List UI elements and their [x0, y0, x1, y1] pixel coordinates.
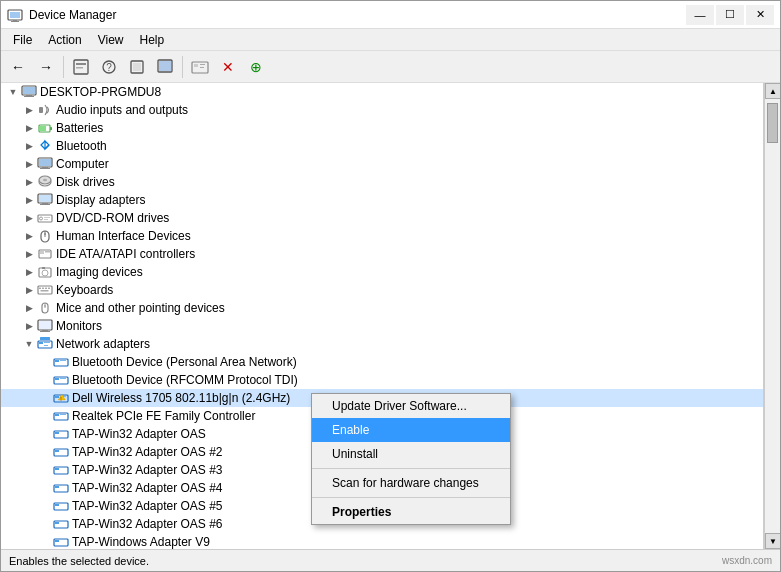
monitors-expand[interactable]: ▶	[21, 318, 37, 334]
toolbar-sep-2	[182, 56, 183, 78]
tree-batteries[interactable]: ▶ Batteries	[1, 119, 763, 137]
forward-button[interactable]: →	[33, 54, 59, 80]
vertical-scrollbar[interactable]: ▲ ▼	[764, 83, 780, 549]
mice-expand[interactable]: ▶	[21, 300, 37, 316]
minimize-button[interactable]: —	[686, 5, 714, 25]
svg-rect-61	[40, 331, 50, 332]
svg-rect-20	[24, 96, 34, 97]
tb-properties[interactable]	[68, 54, 94, 80]
computer-expand[interactable]: ▶	[21, 156, 37, 172]
net10-label: TAP-Win32 Adapter OAS #6	[72, 517, 223, 531]
svg-rect-3	[11, 21, 19, 22]
svg-rect-53	[48, 288, 50, 290]
tree-panel[interactable]: ▼ DESKTOP-PRGMDU8 ▶ Audio inputs and out…	[1, 83, 764, 549]
scroll-thumb[interactable]	[767, 103, 778, 143]
disk-label: Disk drives	[56, 175, 115, 189]
batteries-expand[interactable]: ▶	[21, 120, 37, 136]
maximize-button[interactable]: ☐	[716, 5, 744, 25]
title-bar-left: Device Manager	[7, 7, 116, 23]
svg-point-47	[42, 270, 48, 276]
menu-file[interactable]: File	[5, 31, 40, 48]
tree-computer[interactable]: ▶ Computer	[1, 155, 763, 173]
net8-icon	[53, 480, 69, 496]
ctx-properties[interactable]: Properties	[312, 500, 510, 524]
window-title: Device Manager	[29, 8, 116, 22]
tb-uninstall[interactable]	[124, 54, 150, 80]
tb-scan[interactable]	[152, 54, 178, 80]
tree-root[interactable]: ▼ DESKTOP-PRGMDU8	[1, 83, 763, 101]
hid-expand[interactable]: ▶	[21, 228, 37, 244]
ide-icon	[37, 246, 53, 262]
disk-expand[interactable]: ▶	[21, 174, 37, 190]
scroll-up-button[interactable]: ▲	[765, 83, 780, 99]
title-bar: Device Manager — ☐ ✕	[1, 1, 780, 29]
tb-remove[interactable]: ✕	[215, 54, 241, 80]
net3-label: Dell Wireless 1705 802.11b|g|n (2.4GHz)	[72, 391, 290, 405]
tree-audio[interactable]: ▶ Audio inputs and outputs	[1, 101, 763, 119]
tree-monitors[interactable]: ▶ Monitors	[1, 317, 763, 335]
dvd-label: DVD/CD-ROM drives	[56, 211, 169, 225]
tree-network[interactable]: ▼ Network adapters	[1, 335, 763, 353]
svg-rect-60	[42, 330, 48, 331]
ide-expand[interactable]: ▶	[21, 246, 37, 262]
tb-update-driver[interactable]: ?	[96, 54, 122, 80]
tree-net1[interactable]: ▶ Bluetooth Device (Personal Area Networ…	[1, 353, 763, 371]
ctx-sep-2	[312, 497, 510, 498]
svg-rect-15	[200, 64, 205, 65]
tree-disk[interactable]: ▶ Disk drives	[1, 173, 763, 191]
svg-point-57	[44, 305, 46, 307]
ctx-enable[interactable]: Enable	[312, 418, 510, 442]
tb-add[interactable]: ⊕	[243, 54, 269, 80]
svg-rect-92	[55, 522, 59, 524]
svg-rect-54	[41, 290, 49, 292]
svg-rect-18	[23, 87, 35, 94]
bluetooth-expand[interactable]: ▶	[21, 138, 37, 154]
ctx-uninstall[interactable]: Uninstall	[312, 442, 510, 466]
tree-ide[interactable]: ▶ IDE ATA/ATAPI controllers	[1, 245, 763, 263]
status-text: Enables the selected device.	[9, 555, 149, 567]
tree-display[interactable]: ▶ Display adapters	[1, 191, 763, 209]
net5-label: TAP-Win32 Adapter OAS	[72, 427, 206, 441]
tree-bluetooth[interactable]: ▶ Bluetooth	[1, 137, 763, 155]
root-expand[interactable]: ▼	[5, 84, 21, 100]
audio-label: Audio inputs and outputs	[56, 103, 188, 117]
net10-icon	[53, 516, 69, 532]
dvd-icon	[37, 210, 53, 226]
svg-rect-38	[44, 217, 50, 218]
display-expand[interactable]: ▶	[21, 192, 37, 208]
audio-icon	[37, 102, 53, 118]
audio-expand[interactable]: ▶	[21, 102, 37, 118]
root-label: DESKTOP-PRGMDU8	[40, 85, 161, 99]
svg-rect-26	[39, 159, 51, 166]
keyboards-icon	[37, 282, 53, 298]
ctx-update-driver[interactable]: Update Driver Software...	[312, 394, 510, 418]
menu-help[interactable]: Help	[132, 31, 173, 48]
net7-label: TAP-Win32 Adapter OAS #3	[72, 463, 223, 477]
network-expand[interactable]: ▼	[21, 336, 37, 352]
tree-hid[interactable]: ▶ Human Interface Devices	[1, 227, 763, 245]
batteries-icon	[37, 120, 53, 136]
tree-dvd[interactable]: ▶ DVD/CD-ROM drives	[1, 209, 763, 227]
back-button[interactable]: ←	[5, 54, 31, 80]
imaging-expand[interactable]: ▶	[21, 264, 37, 280]
tb-show-hidden[interactable]	[187, 54, 213, 80]
computer2-icon	[37, 156, 53, 172]
svg-rect-74	[55, 396, 59, 398]
menu-action[interactable]: Action	[40, 31, 89, 48]
svg-point-31	[43, 179, 47, 182]
tree-imaging[interactable]: ▶ Imaging devices	[1, 263, 763, 281]
dvd-expand[interactable]: ▶	[21, 210, 37, 226]
ctx-scan[interactable]: Scan for hardware changes	[312, 471, 510, 495]
app-icon	[7, 7, 23, 23]
tree-net2[interactable]: ▶ Bluetooth Device (RFCOMM Protocol TDI)	[1, 371, 763, 389]
svg-rect-28	[40, 168, 50, 169]
svg-rect-21	[39, 107, 43, 113]
close-button[interactable]: ✕	[746, 5, 774, 25]
tree-keyboards[interactable]: ▶ Keyboards	[1, 281, 763, 299]
keyboards-expand[interactable]: ▶	[21, 282, 37, 298]
scroll-down-button[interactable]: ▼	[765, 533, 780, 549]
svg-rect-24	[40, 126, 46, 131]
menu-view[interactable]: View	[90, 31, 132, 48]
tree-net11[interactable]: ▶ TAP-Windows Adapter V9	[1, 533, 763, 549]
tree-mice[interactable]: ▶ Mice and other pointing devices	[1, 299, 763, 317]
